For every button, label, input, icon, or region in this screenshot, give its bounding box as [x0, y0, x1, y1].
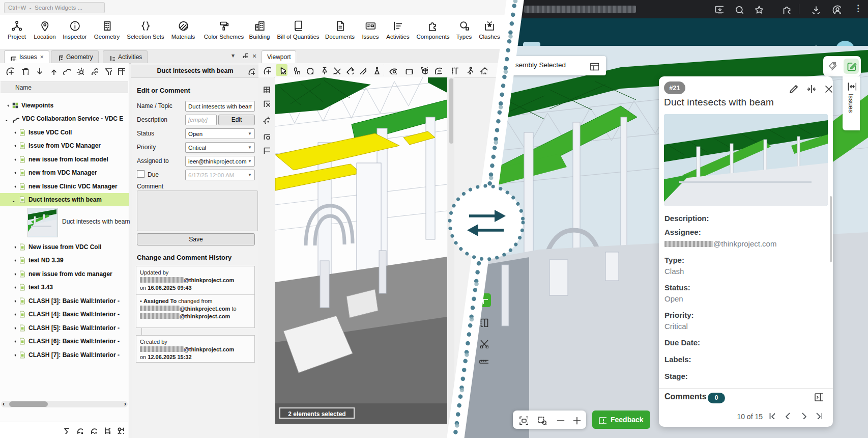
toolbar-item-geometry[interactable]: Geometry [94, 20, 120, 40]
scrollbar-thumb[interactable] [9, 401, 48, 407]
tab-viewport[interactable]: Viewport [262, 50, 296, 63]
fit-view-icon[interactable] [518, 415, 528, 425]
tree-item-clash[interactable]: CLASH [5]: Basic Wall:Interior - [0, 321, 129, 335]
cut-icon[interactable] [332, 66, 340, 74]
chevron-right-icon[interactable] [11, 171, 16, 175]
hierarchy-icon[interactable] [102, 426, 110, 434]
zoom-in-button[interactable] [571, 415, 581, 425]
profile-icon[interactable] [831, 4, 841, 14]
comments-expand-icon[interactable] [813, 391, 823, 401]
cloud-sync-icon[interactable] [62, 66, 71, 75]
tree-item-clash[interactable]: CLASH [6]: Basic Wall:Interior - [0, 335, 129, 348]
toolbar-item-issues[interactable]: Issues [362, 20, 379, 40]
toolbar-item-inspector[interactable]: Inspector [63, 20, 86, 40]
scissors-tool-icon[interactable] [478, 338, 488, 348]
camera-icon[interactable] [404, 66, 413, 74]
toolbar-item-documents[interactable]: Documents [325, 20, 355, 40]
edit-pencil-icon[interactable] [788, 83, 798, 93]
last-page-icon[interactable] [814, 410, 822, 419]
select-cursor-icon[interactable] [277, 66, 286, 74]
add-issue-icon[interactable] [247, 67, 255, 75]
assigned-to-dropdown[interactable]: ieer@thinkproject.com▼ [185, 156, 255, 167]
graph-icon[interactable] [116, 426, 124, 434]
chevron-right-icon[interactable] [11, 157, 16, 162]
toolbar-item-components[interactable]: Components [416, 20, 449, 40]
browser-menu-icon[interactable]: ⋮ [854, 3, 862, 14]
priority-dropdown[interactable]: Critical▼ [185, 142, 255, 153]
toolbar-item-clashes[interactable]: Clashes [479, 20, 500, 40]
tree-item-clash[interactable]: CLASH [7]: Basic Wall:Interior - [0, 348, 129, 362]
issue-thumbnail-image[interactable] [27, 208, 58, 237]
panel-width-icon[interactable] [846, 80, 856, 91]
comment-bubble-icon[interactable] [433, 66, 442, 74]
dock-float-icon[interactable] [241, 51, 248, 58]
chevron-right-icon[interactable] [11, 353, 16, 358]
columns-icon[interactable] [117, 66, 125, 75]
chevron-right-icon[interactable] [11, 339, 16, 344]
tab-activities[interactable]: Activities [103, 50, 148, 63]
zoom-out-button[interactable] [555, 415, 565, 425]
tree-item-issue[interactable]: new issue from local model [0, 153, 129, 166]
find-in-page-icon[interactable] [734, 4, 743, 14]
upload-icon[interactable] [48, 66, 56, 75]
toolbar-item-materials[interactable]: Materials [171, 20, 195, 40]
chevron-right-icon[interactable] [11, 312, 16, 317]
tree-item-issue-selected[interactable]: Duct intesects with beam [0, 193, 129, 206]
tab-geometry[interactable]: Geometry [51, 50, 99, 63]
section-box-icon[interactable] [450, 66, 458, 74]
walkthrough-icon[interactable] [464, 66, 473, 74]
bookmark-star-icon[interactable] [753, 4, 763, 14]
due-date-dropdown[interactable]: 6/17/25 12:00 AM▼ [185, 170, 255, 180]
scroll-right-icon[interactable]: › [124, 400, 126, 407]
search-widgets-input[interactable] [4, 2, 105, 13]
tab-issues[interactable]: Issues× [4, 50, 49, 63]
sync-selection-icon[interactable] [75, 426, 83, 434]
measure-compass-icon[interactable] [371, 66, 380, 74]
dock-close-icon[interactable]: × [252, 52, 256, 60]
send-to-device-icon[interactable] [714, 4, 724, 14]
redacted-url[interactable] [524, 6, 636, 13]
toolbar-item-activities[interactable]: Activities [386, 20, 409, 40]
zoom-area-icon[interactable] [536, 415, 546, 425]
chevron-right-icon[interactable] [11, 299, 16, 304]
chevron-right-icon[interactable] [11, 245, 16, 250]
toolbar-item-building[interactable]: Building [249, 20, 270, 40]
status-dropdown[interactable]: Open▼ [185, 128, 255, 139]
chevron-down-icon[interactable] [11, 197, 16, 203]
viewport-scrollbar[interactable] [448, 77, 454, 424]
orbit-cube-icon[interactable] [419, 66, 428, 74]
toolbar-item-types[interactable]: Types [456, 20, 472, 40]
chevron-right-icon[interactable] [11, 130, 16, 135]
toolbar-item-project[interactable]: Project [8, 20, 26, 40]
toolbar-item-color-schemes[interactable]: Color Schemes [204, 20, 244, 40]
section-tool-icon[interactable] [478, 317, 488, 327]
viewport-add-icon[interactable] [263, 66, 271, 74]
edit-button[interactable]: Edit [218, 115, 255, 125]
footprints-icon[interactable] [291, 66, 300, 74]
tab-close-icon[interactable]: × [40, 53, 44, 61]
scroll-left-icon[interactable]: ‹ [3, 400, 5, 407]
toolbar-item-location[interactable]: Location [34, 20, 55, 40]
horizontal-scrollbar[interactable]: ‹ › [1, 401, 128, 407]
save-button[interactable]: Save [137, 233, 255, 245]
sum-icon[interactable] [61, 426, 69, 434]
dock-camera-icon[interactable] [262, 131, 270, 140]
zoom-icon[interactable] [305, 66, 313, 74]
chevron-right-icon[interactable] [11, 326, 16, 331]
tree-item-issue[interactable]: test ND 3.39 [0, 254, 129, 267]
markup-pen-icon[interactable] [358, 66, 366, 74]
tree-item-issue[interactable]: new issue from vdc manager [0, 267, 129, 281]
toolbar-item-bill-of-quantities[interactable]: Bill of Quantities [277, 20, 319, 40]
downloads-icon[interactable] [810, 4, 820, 14]
scrollbar-thumb[interactable] [449, 78, 453, 144]
viewport-3d-canvas[interactable]: 2 elements selected [275, 77, 447, 424]
settings-icon[interactable] [75, 66, 84, 75]
chevron-down-icon[interactable] [4, 116, 9, 122]
chevron-right-icon[interactable] [11, 285, 16, 290]
tags-icon[interactable] [827, 60, 840, 72]
chevron-right-icon[interactable] [11, 184, 16, 189]
tree-item-clash[interactable]: CLASH [3]: Basic Wall:Interior - [0, 294, 129, 308]
chevron-right-icon[interactable] [11, 144, 16, 148]
tree-item-issue[interactable]: Issue from VDC Manager [0, 139, 129, 152]
description-value[interactable]: [empty] [185, 115, 217, 125]
